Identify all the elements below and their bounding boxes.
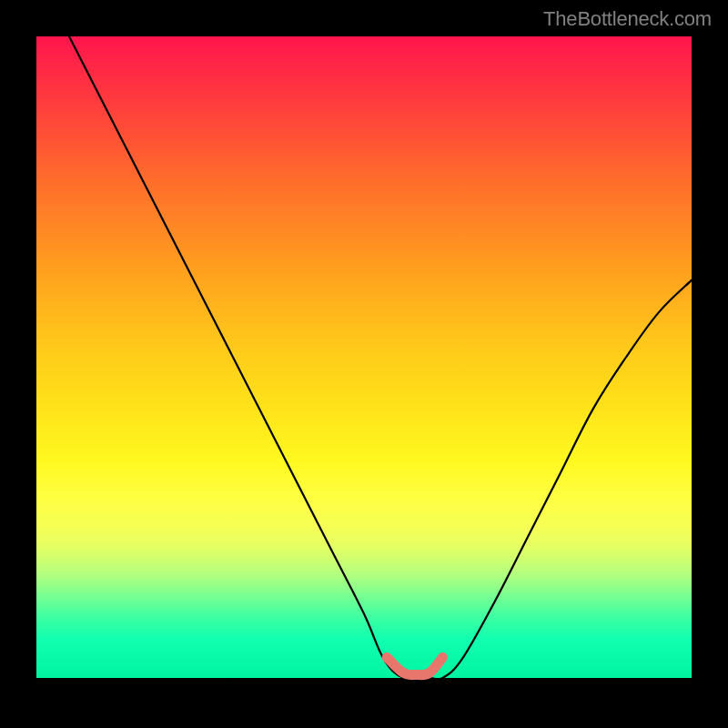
bottleneck-curve	[69, 36, 692, 680]
flat-region-marker	[387, 657, 442, 674]
plot-area	[36, 36, 692, 678]
chart-frame: TheBottleneck.com	[0, 0, 728, 728]
watermark-text: TheBottleneck.com	[543, 7, 712, 31]
curve-svg	[36, 36, 692, 678]
